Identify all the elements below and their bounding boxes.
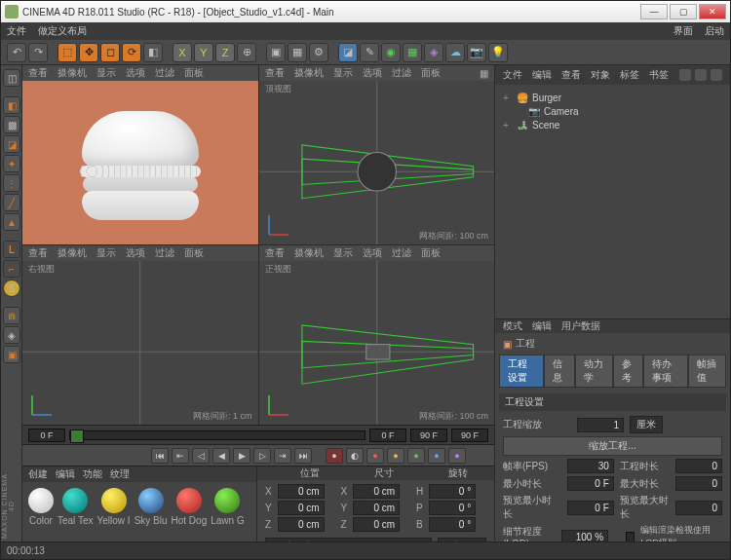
vp-menu[interactable]: 过滤 [392, 246, 411, 260]
edge-mode[interactable]: ╱ [3, 194, 20, 211]
material-ball[interactable]: Color [28, 488, 54, 526]
timeline-current[interactable]: 0 F [369, 429, 406, 442]
light-button[interactable]: 💡 [488, 43, 508, 62]
mat-menu[interactable]: 编辑 [56, 467, 75, 481]
tab-interp[interactable]: 帧插值 [688, 355, 726, 388]
projtime-input[interactable] [675, 459, 722, 473]
unit-select[interactable]: 厘米 [630, 416, 663, 433]
key-rot-button[interactable]: ● [407, 448, 425, 464]
render-view-button[interactable]: ▣ [266, 43, 286, 62]
viewport-front[interactable]: 查看 摄像机 显示 选项 过滤 面板 正视图 [259, 245, 495, 425]
timeline-start[interactable]: 0 F [28, 429, 65, 442]
material-ball[interactable]: Teal Tex [58, 488, 94, 526]
locked-workplane[interactable]: ▣ [3, 346, 20, 363]
vp-menu[interactable]: 面板 [421, 246, 441, 260]
eye-icon[interactable] [711, 69, 722, 81]
texture-mode[interactable]: ▩ [3, 116, 20, 133]
maximize-button[interactable]: ▢ [670, 4, 697, 19]
spline-pen-button[interactable]: ✎ [360, 43, 379, 62]
filter-icon[interactable] [695, 69, 707, 81]
material-ball[interactable]: Yellow I [97, 488, 131, 526]
vp-menu[interactable]: 面板 [421, 66, 441, 80]
vp-menu[interactable]: 选项 [126, 246, 145, 260]
object-tree[interactable]: +🍔Burger📷Camera+🏞Scene [495, 85, 730, 318]
primitive-cube-button[interactable]: ◪ [338, 43, 358, 62]
viewport-perspective[interactable]: 查看 摄像机 显示 选项 过滤 面板 [22, 65, 258, 244]
om-menu[interactable]: 文件 [503, 68, 522, 82]
editable-icon[interactable]: ◫ [3, 69, 20, 87]
tab-dynamics[interactable]: 动力学 [575, 355, 613, 388]
render-region-button[interactable]: ▦ [288, 43, 307, 62]
vp-menu[interactable]: 显示 [96, 66, 116, 80]
mat-menu[interactable]: 纹理 [110, 467, 130, 481]
vp-menu[interactable]: 摄像机 [294, 66, 324, 80]
play-back-button[interactable]: ◀ [212, 448, 230, 464]
object-mode[interactable]: ◪ [3, 135, 20, 153]
redo-button[interactable]: ↷ [28, 43, 48, 62]
timeline-end[interactable]: 90 F [410, 429, 447, 442]
rot-h-input[interactable] [429, 484, 476, 499]
viewport-right[interactable]: 查看 摄像机 显示 选项 过滤 面板 右视图 网格间距: 1 cm [22, 245, 258, 425]
vp-menu[interactable]: 显示 [96, 246, 116, 260]
pos-z-input[interactable] [278, 517, 325, 532]
vp-menu[interactable]: 摄像机 [58, 246, 87, 260]
viewport-top[interactable]: 查看 摄像机 显示 选项 过滤 面板 ▦ 顶视图 [259, 65, 495, 244]
step-fwd-button[interactable]: ▷ [253, 448, 271, 464]
close-button[interactable]: ✕ [699, 4, 726, 19]
vp-menu[interactable]: 过滤 [155, 246, 174, 260]
size-y-input[interactable] [353, 501, 400, 515]
menu-item[interactable]: 启动 [705, 24, 724, 38]
rotate-tool[interactable]: ⟳ [122, 43, 141, 62]
mat-menu[interactable]: 功能 [83, 467, 102, 481]
menu-item[interactable]: 文件 [7, 24, 26, 38]
tab-project[interactable]: 工程设置 [499, 355, 544, 388]
material-ball[interactable]: Hot Dog [172, 488, 208, 526]
rot-b-input[interactable] [429, 517, 476, 532]
axis-snap[interactable]: ⌐ [3, 260, 20, 278]
tab-todo[interactable]: 待办事项 [643, 355, 688, 388]
key-param-button[interactable]: ● [428, 448, 445, 464]
tree-item[interactable]: 📷Camera [503, 104, 722, 118]
rot-p-input[interactable] [429, 501, 476, 515]
vp-menu[interactable]: 查看 [28, 66, 48, 80]
om-menu[interactable]: 标签 [620, 68, 639, 82]
key-scale-button[interactable]: ● [387, 448, 404, 464]
goto-start-button[interactable]: ⏮ [151, 448, 169, 464]
vp-menu[interactable]: 显示 [333, 66, 353, 80]
om-menu[interactable]: 编辑 [532, 68, 552, 82]
z-axis-lock[interactable]: Z [215, 43, 235, 62]
material-ball[interactable]: Lawn G [211, 488, 244, 526]
prev-key-button[interactable]: ⇤ [172, 448, 189, 464]
pmin-input[interactable] [567, 501, 614, 515]
scale-project-button[interactable]: 缩放工程... [503, 436, 722, 456]
menu-item[interactable]: 界面 [673, 24, 693, 38]
next-key-button[interactable]: ⇥ [274, 448, 291, 464]
y-axis-lock[interactable]: Y [194, 43, 213, 62]
tree-item[interactable]: +🍔Burger [503, 91, 722, 104]
last-tool[interactable]: ◧ [143, 43, 163, 62]
tree-item[interactable]: +🏞Scene [503, 118, 722, 131]
play-button[interactable]: ▶ [233, 448, 250, 464]
max-input[interactable] [675, 476, 722, 491]
deformer-button[interactable]: ◈ [424, 43, 443, 62]
select-tool[interactable]: ⬚ [58, 43, 77, 62]
autokey-button[interactable]: ◐ [346, 448, 364, 464]
record-button[interactable]: ● [326, 448, 343, 464]
vp-menu[interactable]: 查看 [265, 246, 285, 260]
render-settings-button[interactable]: ⚙ [309, 43, 328, 62]
vp-menu[interactable]: 摄像机 [58, 66, 87, 80]
x-axis-lock[interactable]: X [173, 43, 192, 62]
goto-end-button[interactable]: ⏭ [294, 448, 312, 464]
coord-system[interactable]: ⊕ [237, 43, 256, 62]
timeline-slider[interactable] [69, 430, 366, 440]
menu-item[interactable]: 做定义布局 [38, 24, 87, 38]
environment-button[interactable]: ☁ [445, 43, 465, 62]
nurbs-button[interactable]: ◉ [381, 43, 401, 62]
key-pos-button[interactable]: ● [366, 448, 384, 464]
vp-menu[interactable]: 过滤 [155, 66, 174, 80]
lod-checkbox[interactable] [626, 532, 635, 542]
mat-menu[interactable]: 创建 [28, 467, 48, 481]
material-ball[interactable]: Sky Blu [135, 488, 168, 526]
om-menu[interactable]: 对象 [591, 68, 610, 82]
vp-menu[interactable]: 查看 [265, 66, 285, 80]
